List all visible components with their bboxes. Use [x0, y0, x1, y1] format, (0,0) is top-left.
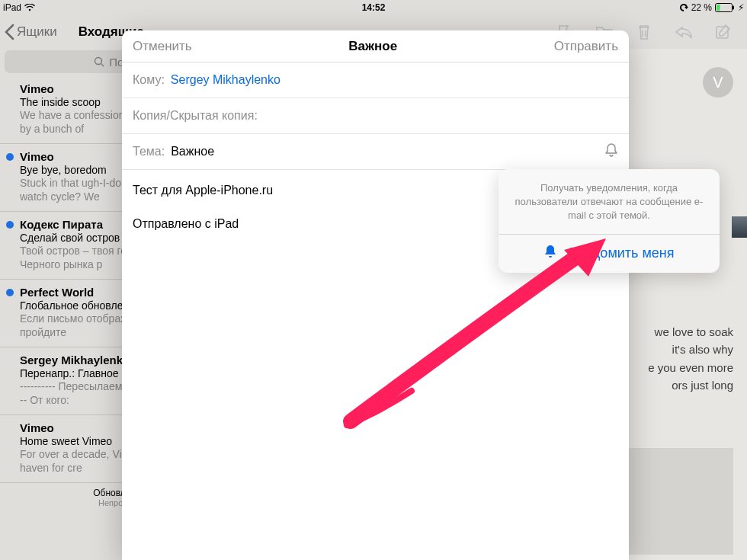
subject-value: Важное: [171, 145, 214, 158]
notify-popover: Получать уведомления, когда пользователи…: [499, 169, 720, 273]
back-button[interactable]: Ящики: [0, 24, 57, 40]
subject-field[interactable]: Тема: Важное: [122, 134, 629, 170]
subject-label: Тема:: [133, 145, 165, 158]
compose-icon[interactable]: [713, 22, 733, 42]
search-icon: [94, 56, 104, 67]
bell-icon[interactable]: [604, 142, 618, 161]
popover-description: Получать уведомления, когда пользователи…: [499, 169, 720, 234]
peek-image: [732, 216, 747, 238]
battery-icon: [715, 3, 735, 12]
send-button[interactable]: Отправить: [554, 39, 618, 54]
to-recipient[interactable]: Sergey Mikhaylenko: [171, 73, 281, 87]
svg-rect-2: [733, 6, 734, 10]
back-label: Ящики: [17, 24, 57, 40]
reply-icon[interactable]: [674, 22, 694, 42]
to-label: Кому:: [133, 73, 165, 87]
wifi-icon: [24, 4, 35, 11]
svg-rect-1: [717, 5, 720, 11]
sync-icon: [679, 3, 688, 12]
compose-title: Важное: [348, 39, 397, 54]
cancel-button[interactable]: Отменить: [133, 39, 192, 54]
compose-header: Отменить Важное Отправить: [122, 30, 629, 62]
status-bar: iPad 14:52 22 % ⚡︎: [0, 0, 747, 15]
to-field[interactable]: Кому: Sergey Mikhaylenko: [122, 62, 629, 98]
charging-icon: ⚡︎: [738, 2, 744, 13]
compose-sheet: Отменить Важное Отправить Кому: Sergey M…: [122, 30, 629, 560]
cc-bcc-field[interactable]: Копия/Скрытая копия:: [122, 98, 629, 134]
trash-icon[interactable]: [634, 22, 654, 42]
svg-point-4: [95, 58, 102, 65]
device-label: iPad: [3, 2, 21, 13]
battery-percentage: 22 %: [691, 2, 712, 13]
app-screen: iPad 14:52 22 % ⚡︎ Ящики Входящие: [0, 0, 747, 560]
notify-me-button[interactable]: Уведомить меня: [499, 235, 720, 273]
bell-filled-icon: [543, 244, 557, 263]
cc-label: Копия/Скрытая копия:: [133, 109, 258, 123]
avatar: V: [703, 67, 733, 98]
notify-me-label: Уведомить меня: [569, 245, 674, 261]
status-time: 14:52: [362, 2, 386, 13]
